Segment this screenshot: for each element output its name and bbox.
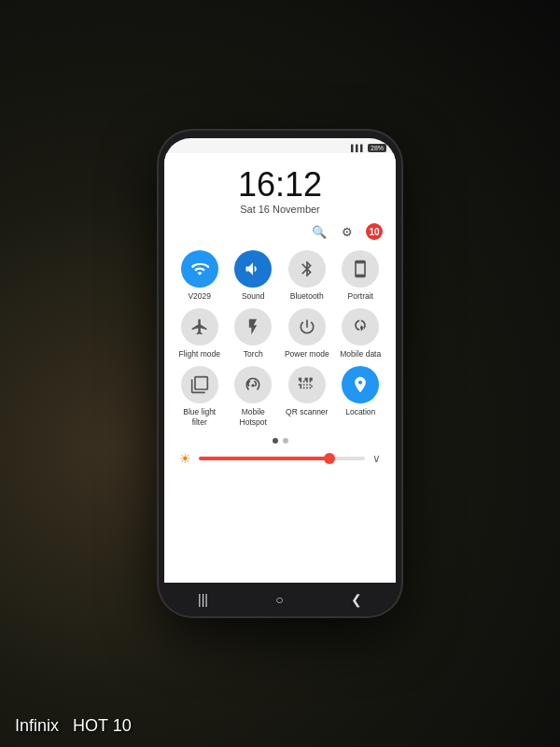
portrait-icon [342, 250, 379, 288]
qs-mobile-data-label: Mobile data [340, 349, 381, 359]
back-button[interactable]: ❮ [345, 586, 368, 613]
qs-torch-label: Torch [244, 349, 263, 359]
screen: ▌▌▌ 28% 16:12 Sat 16 November 🔍 ⚙ 10 [164, 138, 396, 583]
qs-location-label: Location [345, 407, 375, 416]
qs-bluetooth[interactable]: Bluetooth [283, 250, 331, 301]
qs-wifi[interactable]: V2029 [175, 250, 224, 301]
mobile-data-icon [342, 308, 379, 345]
status-bar: ▌▌▌ 28% [164, 138, 396, 153]
location-icon [342, 366, 379, 403]
brightness-row[interactable]: ☀ ∨ [175, 449, 385, 468]
model-label: HOT 10 [73, 716, 132, 735]
bluetooth-icon [288, 250, 326, 288]
recent-apps-button[interactable]: ||| [192, 586, 214, 613]
dot-1 [273, 438, 278, 444]
nav-bar: ||| ○ ❮ [164, 583, 396, 616]
qs-hotspot[interactable]: Mobile Hotspot [230, 366, 278, 426]
qs-power-label: Power mode [285, 349, 329, 359]
battery-indicator: 28% [368, 144, 386, 152]
qs-flight-label: Flight mode [179, 349, 220, 359]
sound-icon [234, 250, 272, 288]
qs-power-mode[interactable]: Power mode [283, 308, 331, 359]
dot-2 [283, 438, 288, 444]
qs-mobile-data[interactable]: Mobile data [337, 308, 385, 359]
watermark: Infinix HOT 10 [15, 716, 132, 736]
qs-torch[interactable]: Torch [230, 308, 278, 359]
qs-location[interactable]: Location [337, 366, 385, 426]
phone-frame: ▌▌▌ 28% 16:12 Sat 16 November 🔍 ⚙ 10 [159, 131, 401, 616]
qs-hotspot-label: Mobile Hotspot [230, 407, 278, 426]
qs-flight-mode[interactable]: Flight mode [175, 308, 224, 359]
page-dots [175, 432, 385, 449]
power-mode-icon [288, 308, 326, 345]
date-display: Sat 16 November [175, 204, 385, 215]
qs-blue-light[interactable]: Blue light filter [175, 366, 224, 426]
brightness-track[interactable] [199, 457, 365, 460]
qs-portrait-label: Portrait [348, 291, 373, 301]
qs-sound-label: Sound [242, 291, 265, 301]
hotspot-icon [234, 366, 272, 403]
flight-mode-icon [181, 308, 218, 345]
blue-light-icon [181, 366, 218, 403]
quick-settings-grid: V2029 Sound [175, 245, 385, 432]
signal-icon: ▌▌▌ [351, 145, 365, 151]
qs-qr[interactable]: QR scanner [283, 366, 331, 426]
qs-bluetooth-label: Bluetooth [290, 291, 324, 301]
home-button[interactable]: ○ [270, 586, 288, 613]
qs-wifi-label: V2029 [188, 291, 211, 301]
brand-label: Infinix [15, 716, 59, 735]
brightness-expand-icon[interactable]: ∨ [372, 452, 381, 465]
qs-qr-label: QR scanner [286, 407, 328, 416]
qs-portrait[interactable]: Portrait [337, 250, 385, 301]
wifi-icon [181, 250, 218, 288]
qr-scanner-icon [288, 366, 326, 403]
time-display: 16:12 [175, 168, 385, 202]
qs-blue-light-label: Blue light filter [175, 407, 224, 426]
brightness-fill [199, 457, 331, 460]
time-section: 16:12 Sat 16 November [175, 162, 385, 218]
notifications-badge[interactable]: 10 [366, 223, 383, 240]
brightness-thumb[interactable] [324, 453, 335, 464]
qs-sound[interactable]: Sound [230, 250, 278, 301]
top-icons-row: 🔍 ⚙ 10 [175, 218, 385, 245]
torch-icon [234, 308, 272, 345]
settings-icon[interactable]: ⚙ [338, 222, 357, 241]
brightness-icon: ☀ [179, 451, 191, 466]
notification-panel: 16:12 Sat 16 November 🔍 ⚙ 10 V2 [164, 153, 396, 577]
search-icon[interactable]: 🔍 [310, 222, 329, 241]
